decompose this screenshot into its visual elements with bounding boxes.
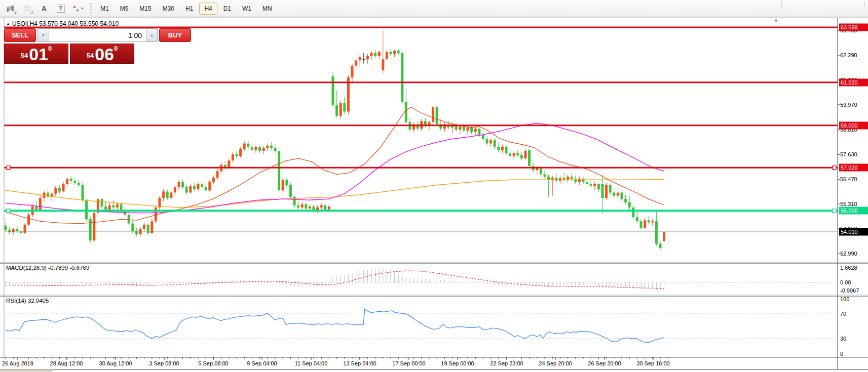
sell-button[interactable]: SELL xyxy=(4,28,36,42)
ask-price-main: 06 xyxy=(95,48,114,61)
volume-increase-button[interactable]: ▲ xyxy=(146,29,157,42)
one-click-trading-panel: SELL ▼ ▲ BUY 54 01 0 54 06 0 xyxy=(4,28,134,64)
bid-price-main: 01 xyxy=(29,48,48,61)
bottom-panel-edge xyxy=(53,369,868,372)
rsi-indicator-label: RSI(14) 32.0405 xyxy=(6,298,49,304)
bid-price-prefix: 54 xyxy=(21,52,28,59)
chart-title-text: USOil,H4 53.570 54.040 53.550 54.010 xyxy=(12,20,119,27)
buy-button[interactable]: BUY xyxy=(159,28,191,42)
ask-price-sup: 0 xyxy=(114,45,118,52)
bottom-resize-cell xyxy=(0,369,53,372)
volume-decrease-button[interactable]: ▼ xyxy=(38,29,49,42)
symbol-marker-icon: ▲ xyxy=(6,22,10,26)
volume-stepper: ▼ ▲ xyxy=(37,28,158,42)
sell-price-display[interactable]: 54 01 0 xyxy=(4,44,68,64)
macd-indicator-label: MACD(12,26,9) -0.7899 -0.6769 xyxy=(6,265,89,271)
chart-shift-marker-icon[interactable]: ▼ xyxy=(774,18,778,23)
bid-price-sup: 0 xyxy=(48,45,52,52)
chart-title: ▲USOil,H4 53.570 54.040 53.550 54.010 xyxy=(6,20,119,27)
buy-price-display[interactable]: 54 06 0 xyxy=(70,44,134,64)
volume-input[interactable] xyxy=(49,29,146,42)
ask-price-prefix: 54 xyxy=(87,52,94,59)
